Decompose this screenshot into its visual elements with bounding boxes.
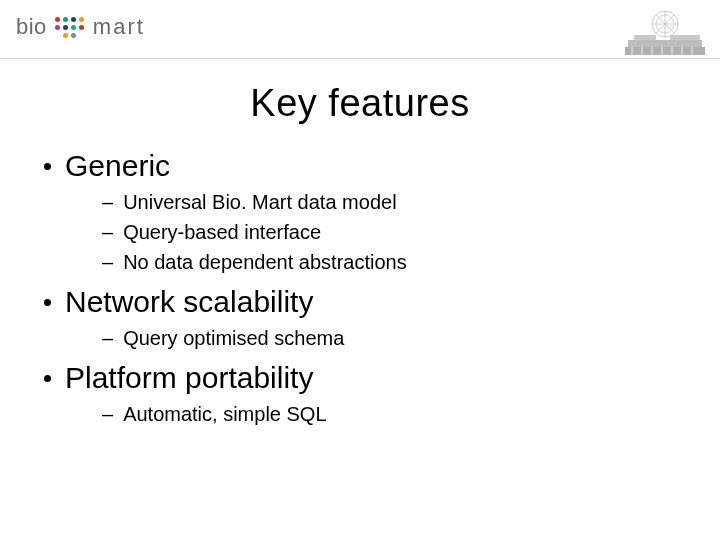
- sub-text: Query optimised schema: [123, 325, 344, 351]
- svg-rect-6: [628, 40, 702, 47]
- slide: bio mart: [0, 0, 720, 540]
- section-heading: Generic: [65, 149, 170, 183]
- section-heading: Network scalability: [65, 285, 313, 319]
- logo-text-mart: mart: [93, 14, 145, 40]
- dash-icon: –: [102, 219, 113, 245]
- campus-illustration-icon: [620, 8, 710, 58]
- dash-icon: –: [102, 249, 113, 275]
- bullet-icon: [44, 163, 51, 170]
- section-heading: Platform portability: [65, 361, 313, 395]
- slide-header: bio mart: [0, 0, 720, 60]
- sub-text: Automatic, simple SQL: [123, 401, 326, 427]
- sub-bullet: – Query optimised schema: [102, 325, 720, 351]
- section-network: Network scalability – Query optimised sc…: [44, 285, 720, 351]
- sub-bullet: – Automatic, simple SQL: [102, 401, 720, 427]
- sub-bullet: – Query-based interface: [102, 219, 720, 245]
- logo-dots-icon: [53, 16, 87, 38]
- sub-bullet: – Universal Bio. Mart data model: [102, 189, 720, 215]
- svg-rect-9: [625, 47, 705, 55]
- sub-text: No data dependent abstractions: [123, 249, 407, 275]
- logo-text-bio: bio: [16, 14, 47, 40]
- sub-bullet: – No data dependent abstractions: [102, 249, 720, 275]
- biomart-logo: bio mart: [16, 14, 145, 40]
- svg-rect-7: [634, 35, 656, 40]
- sub-text: Query-based interface: [123, 219, 321, 245]
- dash-icon: –: [102, 401, 113, 427]
- header-divider: [0, 58, 720, 59]
- slide-content: Generic – Universal Bio. Mart data model…: [0, 149, 720, 427]
- bullet-icon: [44, 375, 51, 382]
- dash-icon: –: [102, 325, 113, 351]
- svg-rect-8: [670, 35, 700, 40]
- section-platform: Platform portability – Automatic, simple…: [44, 361, 720, 427]
- slide-title: Key features: [0, 82, 720, 125]
- dash-icon: –: [102, 189, 113, 215]
- bullet-icon: [44, 299, 51, 306]
- section-generic: Generic – Universal Bio. Mart data model…: [44, 149, 720, 275]
- sub-text: Universal Bio. Mart data model: [123, 189, 396, 215]
